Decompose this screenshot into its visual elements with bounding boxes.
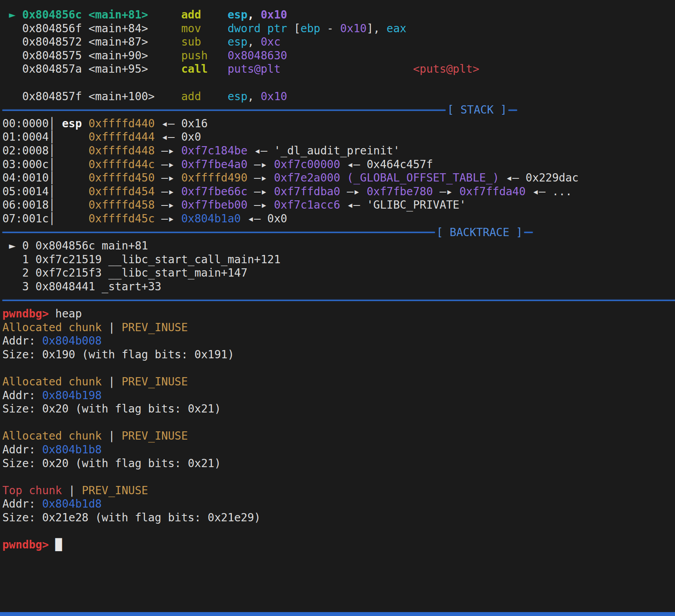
text [2,361,9,374]
pointer-value: 0xf7ffda40 [459,185,526,198]
text [201,90,227,103]
stack-offset: 06:0018 [2,198,49,211]
pointer-arrow: —▸ [433,185,459,198]
chunk-size: Size: 0x20 (with flag bits: 0x21) [2,457,221,470]
text [2,416,9,429]
disassembly-line: 0x804857f <main+100> add esp, 0x10 [2,90,675,104]
stack-address: 0xffffd454 [88,185,155,198]
pointer-arrow: —▸ [248,171,274,184]
instruction-address: 0x804856c <main+81> [22,8,148,21]
text [2,90,22,103]
backtrace-separator-line [2,232,435,233]
frame-index: 3 [22,280,36,293]
stack-line: 00:0000│ esp 0xffffd440 ◂— 0x16 [2,117,675,131]
text: │ [49,158,88,171]
pointer-value: 0xf7fbe780 [367,185,433,198]
frame-symbol: _start+33 [95,280,161,293]
pointer-arrow: —▸ [155,185,181,198]
text: | [102,321,122,334]
chunk-addr: 0x804b1d8 [42,497,102,510]
stack-offset: 05:0014 [2,185,49,198]
terminal-content: ► 0x804856c <main+81> add esp, 0x10 0x80… [0,0,675,612]
instruction-address: 0x804857a <main+95> [22,62,148,75]
stack-offset: 07:001c [2,212,49,225]
frame-address: 0x8048441 [35,280,95,293]
text [148,35,181,48]
text [82,117,88,130]
mnemonic: add [181,8,201,21]
pointer-value: 0xf7c1acc6 [274,198,340,211]
frame-address: 0xf7c21519 [35,253,102,266]
console-line: Size: 0x20 (with flag bits: 0x21) [2,457,675,471]
stack-line: 05:0014│ 0xffffd454 —▸ 0xf7fbe66c —▸ 0xf… [2,185,675,199]
pointer-value: 0xf7e2a000 [274,171,340,184]
command-input: heap [55,307,82,320]
text [2,266,22,279]
stack-value: 0x16 [181,117,207,130]
console-line: Size: 0x20 (with flag bits: 0x21) [2,402,675,416]
immediate-operand: 0x10 [260,8,287,21]
text [208,62,228,75]
text: | [102,375,122,388]
pointer-arrow: —▸ [155,144,181,157]
pointer-value: 0xf7ffdba0 [274,185,340,198]
instruction-address: 0x804856f <main+84> [22,22,148,35]
frame-index: 2 [22,266,36,279]
cursor: █ [55,538,62,551]
stack-address: 0xffffd448 [88,144,155,157]
pwndbg-terminal-window[interactable]: ► 0x804856c <main+81> add esp, 0x10 0x80… [0,0,675,616]
symbol-annotation: (_GLOBAL_OFFSET_TABLE_) [340,171,499,184]
chunk-size: Size: 0x20 (with flag bits: 0x21) [2,402,221,415]
stack-offset: 02:0008 [2,144,49,157]
stack-line: 06:0018│ 0xffffd458 —▸ 0xf7fbeb00 —▸ 0xf… [2,198,675,212]
value-arrow: ◂— [248,144,274,157]
pointer-value: 0xf7fbeb00 [181,198,248,211]
stack-line: 02:0008│ 0xffffd448 —▸ 0xf7c184be ◂— '_d… [2,144,675,158]
console-line: Allocated chunk | PREV_INUSE [2,429,675,443]
immediate-operand: 0x10 [340,22,367,35]
chunk-flags: PREV_INUSE [121,375,188,388]
text: │ [49,171,88,184]
pointer-value: 0xffffd490 [181,171,248,184]
string-value: 'GLIBC_PRIVATE' [367,198,466,211]
text [148,22,181,35]
frame-symbol: main+81 [95,239,148,252]
text: , [248,8,261,21]
text: │ [49,117,62,130]
mnemonic: sub [181,35,201,48]
pointer-value: 0xf7c184be [181,144,248,157]
stack-address: 0xffffd440 [88,117,155,130]
text [2,35,22,48]
frame-address: 0xf7c215f3 [35,266,102,279]
console-line: pwndbg> heap [2,307,675,321]
stack-line: 04:0010│ 0xffffd450 —▸ 0xffffd490 —▸ 0xf… [2,171,675,185]
text: │ [49,198,88,211]
chunk-addr-label: Addr: [2,497,42,510]
value-arrow: ◂— [340,158,367,171]
stack-separator-label: [ STACK ] [446,103,508,117]
text [201,35,227,48]
text [2,22,22,35]
text [208,49,228,62]
text [148,62,181,75]
register-label: esp [62,117,82,130]
value-arrow: ◂— [241,212,267,225]
stack-address: 0xffffd450 [88,171,155,184]
stack-line: 07:001c│ 0xffffd45c —▸ 0x804b1a0 ◂— 0x0 [2,212,675,226]
text [2,280,22,293]
status-bar [0,612,675,616]
pointer-value: 0xf7c00000 [274,158,340,171]
pointer-arrow: —▸ [155,171,181,184]
disassembly-line: 0x804856f <main+84> mov dword ptr [ebp -… [2,22,675,36]
frame-address: 0x804856c [35,239,95,252]
frame-index: 0 [22,239,36,252]
frame-index: 1 [22,253,36,266]
text: [ [294,22,301,35]
pointer-arrow: —▸ [248,158,274,171]
pointer-arrow: —▸ [340,185,367,198]
pointer-arrow: —▸ [155,158,181,171]
text: , [248,35,261,48]
stack-address: 0xffffd44c [88,158,155,171]
chunk-flags: PREV_INUSE [82,484,148,497]
text: , [248,90,261,103]
